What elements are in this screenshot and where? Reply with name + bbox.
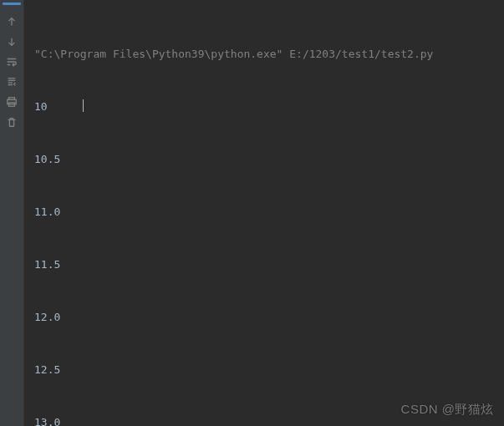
clear-icon[interactable] bbox=[5, 115, 18, 129]
output-line: 11.5 bbox=[34, 256, 494, 273]
output-line: 10.5 bbox=[34, 150, 494, 168]
arrow-up-icon[interactable] bbox=[5, 15, 18, 28]
output-line: 10 bbox=[34, 98, 494, 115]
tab-indicator bbox=[3, 3, 21, 5]
output-line: 12.5 bbox=[34, 361, 494, 378]
console-toolbar bbox=[0, 0, 24, 426]
arrow-down-icon[interactable] bbox=[5, 35, 18, 48]
output-line: 11.0 bbox=[34, 203, 494, 221]
soft-wrap-icon[interactable] bbox=[5, 55, 18, 68]
command-line: "C:\Program Files\Python39\python.exe" E… bbox=[34, 45, 494, 63]
watermark: CSDN @野猫炫 bbox=[401, 402, 494, 418]
text-caret bbox=[83, 99, 84, 112]
console-output[interactable]: "C:\Program Files\Python39\python.exe" E… bbox=[24, 0, 504, 426]
scroll-end-icon[interactable] bbox=[5, 75, 18, 89]
output-line: 12.0 bbox=[34, 308, 494, 326]
main-container: "C:\Program Files\Python39\python.exe" E… bbox=[0, 0, 504, 426]
print-icon[interactable] bbox=[5, 95, 18, 109]
